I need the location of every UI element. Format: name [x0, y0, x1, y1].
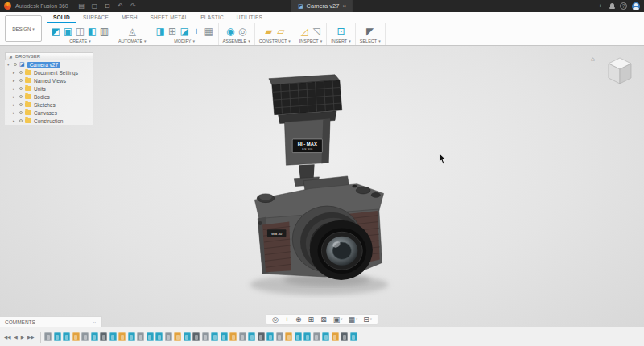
inspect-dropdown[interactable]: INSPECT ▾: [299, 39, 322, 44]
timeline-feature-icon[interactable]: [147, 332, 154, 341]
timeline-feature-icon[interactable]: [100, 332, 107, 341]
visibility-bulb-icon[interactable]: [19, 119, 23, 122]
timeline-feature-icon[interactable]: [202, 332, 209, 341]
playback-button[interactable]: ◀◀: [4, 335, 10, 340]
playback-button[interactable]: ▶: [21, 335, 24, 340]
timeline-feature-icon[interactable]: [91, 332, 98, 341]
browser-tree-item[interactable]: ▸ Bodies: [5, 93, 93, 101]
tool-icon[interactable]: ▰: [263, 26, 274, 37]
nav-tool-button[interactable]: ◎: [272, 315, 279, 323]
timeline-feature-icon[interactable]: [128, 332, 135, 341]
browser-root-row[interactable]: ▾ ◪ Camera v27: [5, 60, 93, 68]
tool-icon[interactable]: ◫: [75, 26, 85, 37]
tool-icon[interactable]: ◬: [127, 26, 138, 37]
tool-icon[interactable]: ◪: [180, 26, 190, 37]
browser-tree-item[interactable]: ▸ Canvases: [5, 109, 93, 117]
playback-button[interactable]: ▶▶: [27, 335, 34, 340]
create-dropdown[interactable]: CREATE ▾: [69, 39, 90, 44]
browser-header[interactable]: ◢ BROWSER: [5, 52, 93, 60]
browser-tree-item[interactable]: ▸ Construction: [5, 117, 93, 125]
workspace-dropdown[interactable]: DESIGN ▾: [5, 15, 42, 42]
timeline-feature-icon[interactable]: [322, 332, 329, 341]
browser-tree-item[interactable]: ▸ Document Settings: [5, 68, 93, 76]
nav-tool-button[interactable]: ▣ ▾: [333, 315, 343, 323]
modify-dropdown[interactable]: MODIFY ▾: [174, 39, 195, 44]
ribbon-tab[interactable]: SURFACE: [76, 12, 115, 23]
viewcube-cube[interactable]: [591, 54, 638, 89]
timeline-feature-icon[interactable]: [44, 332, 52, 341]
timeline-feature-icon[interactable]: [165, 332, 172, 341]
browser-tree-item[interactable]: ▸ Named Views: [5, 76, 93, 84]
timeline-feature-icon[interactable]: [155, 332, 163, 341]
timeline-feature-icon[interactable]: [192, 332, 200, 341]
insert-dropdown[interactable]: INSERT ▾: [331, 39, 351, 44]
timeline-feature-icon[interactable]: [276, 332, 283, 341]
timeline-feature-icon[interactable]: [184, 332, 191, 341]
notifications-bell-icon[interactable]: [609, 3, 615, 10]
viewport-canvas[interactable]: ◢ BROWSER ▾ ◪ Camera v27 ▸ Document Sett…: [0, 46, 644, 327]
construct-dropdown[interactable]: CONSTRUCT ▾: [259, 39, 291, 44]
tool-icon[interactable]: ◧: [87, 26, 97, 37]
playback-button[interactable]: ◀: [14, 335, 17, 340]
save-icon[interactable]: ⊟: [103, 0, 112, 12]
browser-tree-item[interactable]: ▸ Units: [5, 84, 93, 93]
visibility-bulb-icon[interactable]: [19, 111, 23, 114]
document-tab[interactable]: ◪ Camera v27 ×: [291, 0, 353, 12]
timeline-feature-icon[interactable]: [303, 332, 311, 341]
browser-tree-item[interactable]: ▸ Sketches: [5, 101, 93, 109]
timeline-feature-icon[interactable]: [109, 332, 117, 341]
ribbon-tab[interactable]: MESH: [115, 12, 144, 23]
tool-icon[interactable]: ◤: [365, 26, 375, 37]
timeline-feature-icon[interactable]: [81, 332, 89, 341]
ribbon-tab[interactable]: PLASTIC: [194, 12, 230, 23]
viewcube[interactable]: ⌂: [591, 54, 638, 89]
comments-bar[interactable]: COMMENTS ⌄: [0, 316, 102, 327]
timeline-feature-icon[interactable]: [341, 332, 348, 341]
tool-icon[interactable]: ◨: [155, 26, 166, 37]
root-component-label[interactable]: Camera v27: [27, 62, 60, 68]
tool-icon[interactable]: ⊡: [336, 26, 346, 37]
tree-expand-icon[interactable]: ▸: [13, 110, 17, 115]
automate-dropdown[interactable]: AUTOMATE ▾: [118, 39, 147, 44]
tree-expand-icon[interactable]: ▸: [13, 94, 17, 99]
tool-icon[interactable]: ◉: [225, 26, 236, 37]
timeline-feature-icon[interactable]: [63, 332, 70, 341]
nav-tool-button[interactable]: ⊠: [320, 315, 328, 323]
timeline-feature-icon[interactable]: [248, 332, 255, 341]
timeline-feature-icon[interactable]: [313, 332, 320, 341]
timeline-feature-icon[interactable]: [54, 332, 61, 341]
timeline-feature-icon[interactable]: [137, 332, 144, 341]
nav-tool-button[interactable]: ⊞: [308, 315, 316, 323]
visibility-bulb-icon[interactable]: [19, 95, 23, 98]
timeline-feature-icon[interactable]: [229, 332, 237, 341]
timeline-feature-icon[interactable]: [211, 332, 218, 341]
help-icon[interactable]: ?: [620, 2, 627, 10]
tree-expand-icon[interactable]: ▸: [13, 70, 17, 75]
camera-model[interactable]: HI - MAX ES-300 YASHICA: [231, 73, 404, 307]
visibility-bulb-icon[interactable]: [19, 87, 23, 90]
nav-tool-button[interactable]: ⊕: [295, 315, 303, 323]
tree-expand-icon[interactable]: ▸: [13, 118, 17, 123]
file-icon[interactable]: ▢: [90, 0, 99, 12]
visibility-bulb-icon[interactable]: [19, 71, 23, 74]
timeline-feature-icon[interactable]: [332, 332, 339, 341]
tool-icon[interactable]: ▣: [63, 26, 73, 37]
tool-icon[interactable]: ▱: [275, 26, 286, 37]
timeline-feature-icon[interactable]: [295, 332, 302, 341]
timeline-feature-icon[interactable]: [118, 332, 126, 341]
timeline-feature-icon[interactable]: [258, 332, 265, 341]
timeline-feature-icon[interactable]: [221, 332, 228, 341]
ribbon-tab[interactable]: SOLID: [47, 12, 76, 23]
tool-icon[interactable]: ◿: [299, 26, 310, 37]
tool-icon[interactable]: ◩: [51, 26, 61, 37]
select-dropdown[interactable]: SELECT ▾: [360, 39, 381, 44]
tool-icon[interactable]: ⊞: [167, 26, 178, 37]
nav-tool-button[interactable]: +: [285, 315, 290, 323]
tree-expand-icon[interactable]: ▸: [13, 78, 17, 83]
ribbon-tab[interactable]: UTILITIES: [230, 12, 269, 23]
tool-icon[interactable]: ▦: [204, 26, 214, 37]
tree-expand-icon[interactable]: ▸: [13, 102, 17, 107]
visibility-bulb-icon[interactable]: [19, 103, 23, 106]
undo-icon[interactable]: ↶: [116, 0, 125, 12]
close-tab-icon[interactable]: ×: [342, 2, 346, 10]
